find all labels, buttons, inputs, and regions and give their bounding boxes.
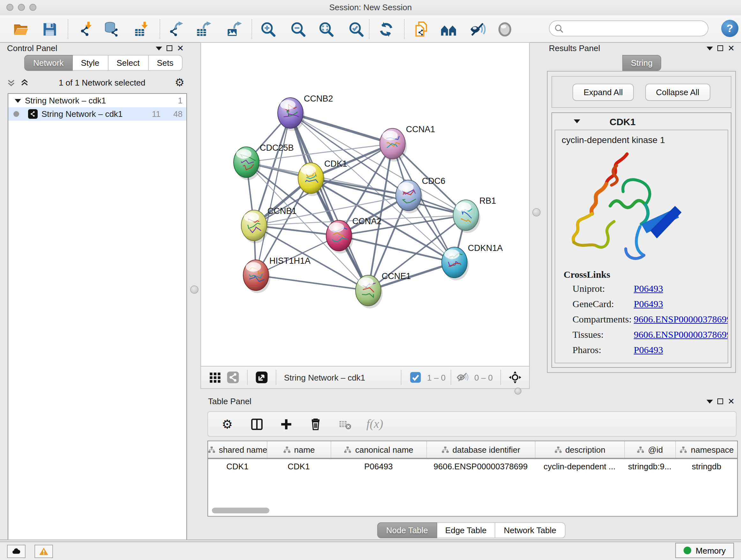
selected-checkbox-icon[interactable] [408,370,422,384]
gear-icon[interactable]: ⚙ [175,77,185,88]
table-cell: cyclin-dependent ... [535,458,624,474]
network-node-cdk1[interactable]: CDK1 [298,159,347,196]
tab-edge-table[interactable]: Edge Table [437,522,495,538]
save-icon[interactable] [40,20,59,39]
export-table-icon[interactable] [194,20,213,39]
network-node-cdc25b[interactable]: CDC25B [233,143,294,180]
collapse-all-button[interactable]: Collapse All [645,83,711,101]
column-header-namespace[interactable]: namespace [675,441,738,458]
crosslink-link[interactable]: 9606.ENSP00000378699 [634,314,728,325]
panel-menu-icon[interactable] [706,399,713,403]
panel-float-icon[interactable] [166,45,172,51]
network-badge-icon[interactable] [226,370,240,384]
search-field[interactable] [549,20,709,37]
refresh-icon[interactable] [377,20,396,39]
export-network-icon[interactable] [166,20,185,39]
zoom-fit-icon[interactable] [317,20,336,39]
crosslink-link[interactable]: 9606.ENSP00000378699 [634,329,728,340]
crosslink-link[interactable]: P06493 [634,284,728,294]
show-panel-icon[interactable] [495,20,515,39]
panel-close-icon[interactable]: ✕ [177,45,184,51]
network-canvas[interactable]: CCNB2CCNA1CDC25BCDK1CDC6RB1CCNB1CCNA2CDK… [201,43,529,366]
column-header-canonical-name[interactable]: canonical name [331,441,426,458]
panel-float-icon[interactable] [718,398,723,404]
expand-all-button[interactable]: Expand All [573,83,634,101]
network-edge[interactable] [256,113,290,275]
show-columns-icon[interactable] [249,416,264,432]
table-horizontal-scrollbar[interactable] [209,508,735,513]
add-column-icon[interactable] [278,416,293,432]
memory-button[interactable]: Memory [675,543,734,558]
crosslink-link[interactable]: P06493 [634,299,728,310]
network-edge[interactable] [290,113,466,215]
column-header-database-identifier[interactable]: database identifier [426,441,535,458]
status-bar: Memory [0,542,741,560]
collapse-all-icon[interactable] [6,78,16,87]
column-header-id[interactable]: @id [624,441,675,458]
column-header-description[interactable]: description [535,441,624,458]
network-node-cdkn1a[interactable]: CDKN1A [442,243,503,280]
zoom-in-icon[interactable] [259,20,278,39]
network-node-ccnb2[interactable]: CCNB2 [278,94,333,131]
tree-expand-icon[interactable] [15,99,21,103]
panel-close-icon[interactable]: ✕ [728,45,735,51]
cloud-icon[interactable] [7,545,25,558]
tab-network[interactable]: Network [24,55,72,71]
table-row[interactable]: CDK1CDK1P064939606.ENSP00000378699cyclin… [208,458,738,474]
panel-menu-icon[interactable] [706,46,713,50]
tab-string[interactable]: String [622,55,662,71]
network-node-ccna2[interactable]: CCNA2 [326,216,382,253]
network-node-ccna1[interactable]: CCNA1 [380,125,435,162]
network-edge[interactable] [339,236,455,262]
delete-table-icon[interactable] [337,416,352,432]
panel-menu-icon[interactable] [156,46,162,50]
network-tree-row[interactable]: String Network – cdk11 [8,94,186,107]
home-icon[interactable] [439,20,458,39]
network-edge[interactable] [256,275,368,291]
clone-network-icon[interactable] [412,20,431,39]
table-settings-gear-icon[interactable]: ⚙ [219,416,235,432]
network-edge[interactable] [290,113,393,144]
tab-sets[interactable]: Sets [148,55,182,71]
splitter-handle[interactable] [532,208,541,216]
export-view-icon[interactable] [255,370,269,384]
help-button[interactable]: ? [721,20,738,37]
grid-view-icon[interactable] [208,370,222,384]
network-node-rb1[interactable]: RB1 [453,196,496,233]
zoom-out-icon[interactable] [288,20,308,39]
import-database-icon[interactable] [102,20,121,39]
hide-panel-icon[interactable] [468,20,487,39]
birdseye-icon[interactable] [508,370,522,384]
hidden-eye-icon[interactable] [456,370,470,384]
network-node-ccne1[interactable]: CCNE1 [355,271,411,308]
network-tree-row[interactable]: String Network – cdk11148 [8,107,186,121]
column-header-shared-name[interactable]: shared name [208,441,267,458]
warning-icon[interactable] [35,545,53,558]
zoom-selected-icon[interactable] [347,20,366,39]
delete-column-icon[interactable] [308,416,323,432]
crosslink-link[interactable]: P06493 [634,345,728,356]
tab-style[interactable]: Style [72,55,108,71]
export-image-icon[interactable] [225,20,244,39]
splitter-handle[interactable] [515,388,522,395]
node-table[interactable]: shared namenamecanonical namedatabase id… [207,441,738,516]
tab-network-table[interactable]: Network Table [495,522,565,538]
tab-node-table[interactable]: Node Table [377,522,437,538]
network-edge[interactable] [256,236,339,275]
import-network-icon[interactable] [76,20,95,39]
expand-all-icon[interactable] [20,78,29,87]
column-type-icon [636,445,645,454]
tree-count: 1 [178,96,183,105]
column-header-name[interactable]: name [267,441,331,458]
search-input[interactable] [566,22,706,37]
memory-status-dot [684,547,691,554]
tab-select[interactable]: Select [108,55,148,71]
open-folder-icon[interactable] [11,20,30,39]
import-table-icon[interactable] [132,20,151,39]
collapse-section-icon[interactable] [574,119,580,123]
panel-close-icon[interactable]: ✕ [728,398,735,405]
network-node-hist1h1a[interactable]: HIST1H1A [243,256,311,293]
splitter-handle[interactable] [190,286,199,294]
gene-section-header[interactable]: CDK1 [552,113,731,130]
panel-float-icon[interactable] [718,45,723,51]
